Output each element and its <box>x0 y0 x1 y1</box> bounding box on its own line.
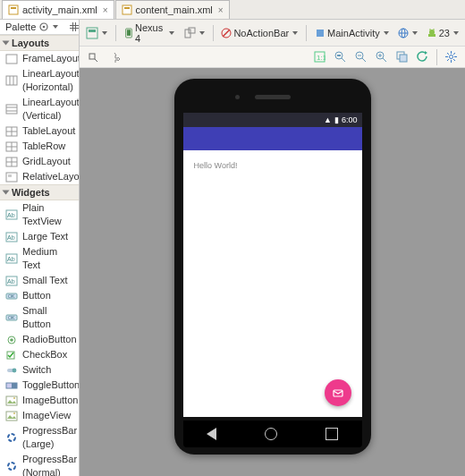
svg-rect-9 <box>70 28 79 29</box>
svg-point-44 <box>13 368 17 372</box>
palette-item-label: LinearLayout (Vertical) <box>22 96 80 123</box>
svg-rect-2 <box>123 5 131 14</box>
palette-item[interactable]: ImageButton <box>0 393 79 408</box>
svg-rect-84 <box>337 55 341 56</box>
svg-text:Ab: Ab <box>7 234 15 241</box>
widget-icon <box>5 104 18 115</box>
palette-item[interactable]: GridLayout <box>0 154 79 169</box>
locale-button[interactable] <box>395 26 420 40</box>
svg-point-51 <box>8 434 15 441</box>
pan-tool-icon[interactable] <box>106 50 123 64</box>
palette-item[interactable]: CheckBox <box>0 347 79 362</box>
api-selector[interactable]: 23 <box>424 26 461 40</box>
app-bar <box>183 127 362 150</box>
palette-item-label: TableLayout <box>22 124 75 138</box>
zoom-fit-icon[interactable] <box>332 49 349 64</box>
palette-item[interactable]: ProgressBar (Normal) <box>0 452 79 476</box>
close-icon[interactable]: × <box>218 5 224 15</box>
palette-item[interactable]: TableRow <box>0 139 79 154</box>
svg-point-41 <box>10 338 13 342</box>
zoom-tool-icon[interactable] <box>85 50 101 64</box>
fit-screen-icon[interactable]: 1:1 <box>311 49 328 64</box>
design-canvas[interactable]: ▲ ▮ 6:00 Hello World! <box>80 68 465 476</box>
palette-item[interactable]: Switch <box>0 362 79 378</box>
palette-item[interactable]: AbLarge Text <box>0 229 79 244</box>
widget-icon: OK <box>5 291 18 302</box>
theme-selector[interactable]: NoActionBar <box>218 26 300 40</box>
signal-icon: ▲ <box>324 115 332 124</box>
zoom-out-icon[interactable] <box>352 49 369 64</box>
widget-icon <box>5 411 18 421</box>
settings-icon[interactable] <box>443 49 460 64</box>
section-layouts[interactable]: Layouts <box>0 35 79 51</box>
svg-rect-93 <box>400 55 407 62</box>
activity-label: MainActivity <box>327 28 380 38</box>
palette-item[interactable]: LinearLayout (Horizontal) <box>0 66 79 95</box>
palette-settings-icon[interactable] <box>36 20 61 34</box>
hello-text[interactable]: Hello World! <box>194 161 351 170</box>
chevron-down-icon <box>3 41 10 46</box>
mail-icon <box>332 387 344 399</box>
palette-item[interactable]: AbMedium Text <box>0 244 79 273</box>
svg-rect-62 <box>87 28 97 38</box>
svg-rect-70 <box>317 30 324 37</box>
widget-icon <box>5 54 18 64</box>
palette-item[interactable]: AbPlain TextView <box>0 200 79 229</box>
palette-item[interactable]: ToggleButton <box>0 378 79 393</box>
design-view-button[interactable] <box>83 25 110 41</box>
svg-rect-27 <box>8 174 12 177</box>
widget-icon <box>5 75 18 86</box>
palette-item[interactable]: LinearLayout (Vertical) <box>0 95 79 123</box>
xml-file-icon <box>8 4 19 15</box>
device-selector[interactable]: Nexus 4 <box>122 21 177 46</box>
activity-selector[interactable]: MainActivity <box>312 26 392 40</box>
widget-icon <box>5 157 18 167</box>
device-frame: ▲ ▮ 6:00 Hello World! <box>174 79 371 455</box>
device-nav-bar <box>183 421 362 447</box>
tab-content-main[interactable]: content_main.xml × <box>115 0 230 19</box>
svg-text:Ab: Ab <box>7 278 15 285</box>
section-widgets[interactable]: Widgets <box>0 184 79 200</box>
palette-search-icon[interactable] <box>66 20 80 34</box>
orientation-button[interactable] <box>181 25 207 41</box>
theme-label: NoActionBar <box>233 28 289 38</box>
svg-line-101 <box>453 53 455 55</box>
palette-item[interactable]: RadioButton <box>0 332 79 347</box>
chevron-down-icon <box>3 191 10 195</box>
palette-item-label: Button <box>22 289 51 302</box>
palette-item[interactable]: AbSmall Text <box>0 273 79 288</box>
palette-item-label: ImageView <box>22 409 71 422</box>
palette-item[interactable]: TableLayout <box>0 123 79 139</box>
fab-button[interactable] <box>325 379 351 406</box>
palette-item-label: ProgressBar (Large) <box>22 424 77 451</box>
svg-rect-75 <box>428 34 435 37</box>
palette-item-label: ProgressBar (Normal) <box>22 453 77 476</box>
palette-item[interactable]: FrameLayout <box>0 51 79 66</box>
close-icon[interactable]: × <box>103 5 108 15</box>
layers-icon[interactable] <box>393 49 410 64</box>
palette-item[interactable]: ImageView <box>0 408 79 423</box>
svg-line-89 <box>383 58 386 62</box>
palette-item[interactable]: OKSmall Button <box>0 303 79 332</box>
tab-activity-main[interactable]: activity_main.xml × <box>2 0 114 19</box>
svg-text:OK: OK <box>8 315 15 320</box>
palette-item-label: GridLayout <box>22 155 71 168</box>
palette-item[interactable]: RelativeLayout <box>0 169 79 184</box>
widget-icon <box>5 350 18 361</box>
zoom-in-icon[interactable] <box>373 49 390 64</box>
content-area[interactable]: Hello World! <box>183 150 362 417</box>
section-title: Widgets <box>12 187 50 198</box>
svg-rect-67 <box>189 28 195 33</box>
palette-item-label: Small Text <box>22 274 68 287</box>
palette-header: Palette <box>0 20 79 35</box>
widget-icon <box>5 380 18 391</box>
designer-toolbar: Nexus 4 NoActionBar MainActivity 23 <box>80 20 465 47</box>
battery-icon: ▮ <box>334 115 339 124</box>
svg-line-86 <box>362 58 366 62</box>
refresh-icon[interactable] <box>414 49 431 64</box>
svg-point-48 <box>13 397 15 399</box>
nav-back-icon <box>207 428 216 440</box>
svg-rect-78 <box>89 54 95 59</box>
palette-item[interactable]: ProgressBar (Large) <box>0 423 79 452</box>
palette-item[interactable]: OKButton <box>0 288 79 303</box>
